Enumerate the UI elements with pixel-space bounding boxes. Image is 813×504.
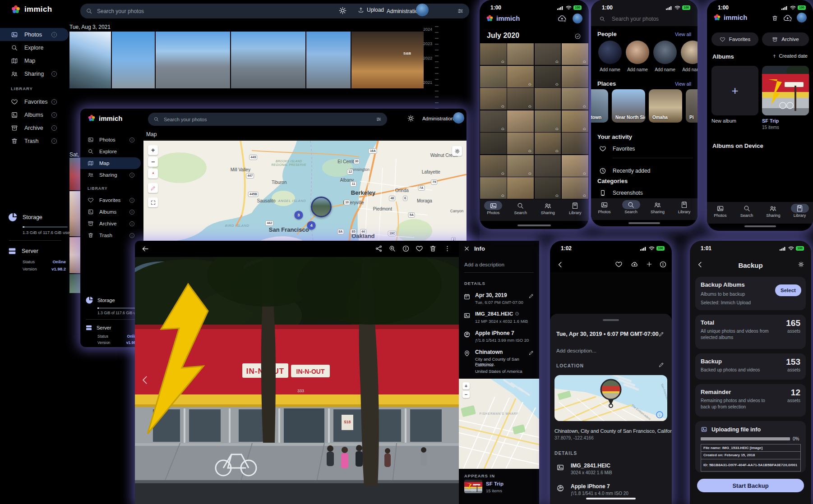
back-icon[interactable] [141, 245, 149, 253]
description-placeholder[interactable]: Add a description [464, 262, 504, 267]
photo-thumbnail[interactable] [480, 155, 507, 177]
sidebar-item-map[interactable]: Map [80, 157, 141, 169]
photo-thumbnail[interactable] [562, 133, 588, 154]
photo-thumbnail[interactable] [507, 88, 534, 110]
photo-thumbnail[interactable] [480, 110, 507, 132]
fullscreen-button[interactable] [148, 197, 158, 207]
nav-tab-library[interactable]: Library [786, 202, 813, 224]
previous-photo-icon[interactable] [139, 374, 151, 386]
edit-date-icon[interactable] [528, 293, 534, 299]
photo-thumbnail[interactable] [535, 43, 561, 65]
avatar[interactable] [416, 4, 429, 16]
search-input[interactable] [612, 16, 679, 22]
search-bar[interactable] [148, 113, 387, 126]
photo-thumbnail[interactable] [535, 88, 561, 110]
photo-thumbnail[interactable] [480, 43, 507, 65]
upload-button[interactable]: Upload [358, 7, 384, 13]
sidebar-item-explore[interactable]: Explore [80, 146, 141, 157]
sidebar-item-photos[interactable]: Photosi [80, 134, 141, 146]
avatar[interactable] [573, 14, 582, 23]
location-map[interactable]: FISHERMAN'S WHARF [459, 379, 539, 469]
settings-icon[interactable] [797, 261, 805, 268]
location-map[interactable]: The EmbarcaderoSan Francisco Ferry Build… [554, 375, 667, 421]
sidebar-item-archive[interactable]: Archivei [0, 121, 69, 134]
photo-thumbnail[interactable] [480, 133, 507, 154]
drag-handle[interactable] [603, 319, 619, 321]
avatar[interactable] [453, 112, 464, 124]
nav-tab-photos[interactable]: Photos [707, 202, 734, 224]
edit-date-icon[interactable] [658, 331, 665, 337]
zoom-in-button[interactable]: + [462, 382, 470, 389]
photo-thumbnail[interactable] [535, 155, 561, 177]
administration-link[interactable]: Administration [422, 116, 454, 121]
activity-item-recently-added[interactable]: Recently added [591, 165, 698, 176]
draw-button[interactable] [148, 183, 158, 193]
edit-location-icon[interactable] [528, 350, 534, 356]
place-card[interactable]: Pi [686, 89, 698, 123]
back-icon[interactable] [556, 261, 564, 269]
sidebar-item-albums[interactable]: Albumsi [0, 108, 69, 121]
sync-cloud-icon[interactable] [557, 15, 567, 23]
home-indicator[interactable] [586, 498, 636, 499]
photo-dark[interactable] [550, 272, 672, 314]
category-item-screenshots[interactable]: Screenshots [591, 188, 698, 198]
photo-thumbnail[interactable] [156, 32, 230, 88]
photo-thumbnail[interactable] [112, 32, 155, 88]
photo-thumbnail[interactable] [535, 177, 561, 199]
sidebar-item-trash[interactable]: Trashi [80, 229, 141, 241]
add-icon[interactable] [646, 261, 653, 268]
photo-thumbnail[interactable] [69, 32, 111, 88]
nav-tab-photos[interactable]: Photos [480, 199, 507, 221]
home-indicator[interactable] [517, 225, 551, 226]
sidebar-item-archive[interactable]: Archivei [80, 218, 141, 229]
zoom-out-button[interactable]: − [148, 157, 158, 167]
search-input[interactable] [164, 117, 371, 122]
photo-thumbnail[interactable] [480, 177, 507, 199]
photo-thumbnail[interactable] [562, 110, 588, 132]
select-button[interactable]: Select [775, 284, 801, 296]
map-settings-button[interactable] [452, 146, 462, 156]
cloud-download-icon[interactable] [630, 261, 639, 268]
favorite-icon[interactable] [416, 245, 423, 252]
photo-thumbnail[interactable] [480, 66, 507, 87]
close-icon[interactable] [463, 245, 470, 252]
album-name[interactable]: SF Trip [486, 481, 504, 486]
photo-thumbnail[interactable] [507, 133, 534, 154]
filter-icon[interactable] [457, 8, 464, 14]
photo-map-marker[interactable] [311, 197, 332, 217]
nav-tab-search[interactable]: Search [507, 199, 535, 221]
album-sort-button[interactable]: Created date [772, 53, 808, 59]
sidebar-item-trash[interactable]: Trashi [0, 134, 69, 147]
photo-thumbnail[interactable] [507, 177, 534, 199]
home-indicator[interactable] [744, 225, 776, 227]
photo-thumbnail[interactable] [562, 43, 588, 65]
info-icon[interactable] [659, 261, 667, 268]
search-bar[interactable] [599, 14, 689, 24]
delete-icon[interactable] [429, 245, 437, 252]
album-thumbnail[interactable] [464, 480, 482, 493]
theme-toggle-icon[interactable] [338, 6, 347, 15]
photo-thumbnail[interactable] [507, 66, 534, 87]
home-indicator[interactable] [628, 222, 660, 224]
person-face[interactable] [626, 41, 649, 64]
share-icon[interactable] [375, 245, 383, 252]
nav-tab-sharing[interactable]: Sharing [760, 202, 787, 224]
photo-thumbnail[interactable] [231, 32, 305, 88]
edit-location-icon[interactable] [658, 362, 665, 368]
filter-icon[interactable] [376, 116, 382, 122]
places-view-all[interactable]: View all [675, 81, 691, 87]
nav-tab-sharing[interactable]: Sharing [534, 199, 562, 221]
photo-cluster-marker[interactable]: 4 [307, 221, 316, 229]
zoom-out-button[interactable]: − [462, 391, 470, 398]
more-icon[interactable] [443, 245, 451, 252]
photo-thumbnail[interactable] [562, 155, 588, 177]
zoom-in-button[interactable]: + [148, 145, 158, 155]
add-name-label[interactable]: Add name [598, 67, 622, 72]
nav-tab-photos[interactable]: Photos [591, 198, 618, 220]
nav-tab-search[interactable]: Search [734, 202, 760, 224]
photo-thumbnail[interactable]: S&B [351, 32, 424, 88]
favorite-icon[interactable] [615, 261, 623, 268]
sidebar-item-favorites[interactable]: Favoritesi [0, 95, 69, 108]
new-album-tile[interactable]: + [711, 66, 758, 115]
photo-thumbnail[interactable] [69, 274, 81, 293]
